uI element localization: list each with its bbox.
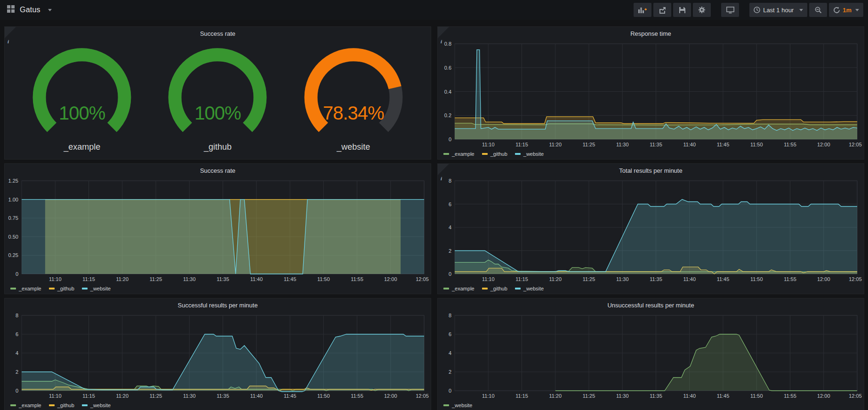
legend-label: _github xyxy=(57,286,74,291)
gauge-arc xyxy=(299,47,408,139)
panel-header[interactable]: Success rate xyxy=(5,27,431,40)
dashboard-title[interactable]: Gatus xyxy=(20,6,40,14)
svg-text:11:15: 11:15 xyxy=(515,276,528,282)
svg-text:11:45: 11:45 xyxy=(717,142,730,147)
panel-title: Total results per minute xyxy=(619,167,682,174)
gauge-_github: 100%_github xyxy=(150,47,285,152)
panel-title: Unsuccessful results per minute xyxy=(607,302,694,309)
svg-text:12:00: 12:00 xyxy=(817,276,830,282)
svg-text:11:45: 11:45 xyxy=(284,393,297,399)
zoom-out-icon xyxy=(815,7,822,14)
svg-text:4: 4 xyxy=(449,350,451,356)
svg-text:6: 6 xyxy=(449,331,451,337)
chart-plot[interactable]: 00.250.500.751.001.2511:1011:1511:2011:2… xyxy=(5,177,431,283)
svg-text:11:50: 11:50 xyxy=(750,276,763,282)
panel-header[interactable]: Response time xyxy=(438,27,864,40)
legend-swatch-icon xyxy=(443,404,449,406)
panel-header[interactable]: Successful results per minute xyxy=(5,298,431,312)
dashboard-caret-icon[interactable] xyxy=(48,9,52,11)
svg-text:11:10: 11:10 xyxy=(482,142,495,147)
add-panel-button[interactable] xyxy=(634,3,651,17)
svg-text:12:05: 12:05 xyxy=(416,276,429,282)
svg-text:11:50: 11:50 xyxy=(750,142,763,147)
legend-item-_github[interactable]: _github xyxy=(482,151,507,157)
save-button[interactable] xyxy=(673,3,691,17)
zoom-out-button[interactable] xyxy=(809,3,827,17)
svg-text:11:25: 11:25 xyxy=(583,393,595,399)
share-icon xyxy=(659,7,666,14)
chart-plot[interactable]: 0246811:1011:1511:2011:2511:3011:3511:40… xyxy=(438,312,864,400)
svg-text:11:40: 11:40 xyxy=(683,142,696,147)
panel-header[interactable]: Total results per minute xyxy=(438,164,864,177)
gauge-arc xyxy=(27,47,137,139)
legend-item-_website[interactable]: _website xyxy=(82,286,111,291)
panel-header[interactable]: Unsuccessful results per minute xyxy=(438,298,864,312)
svg-text:11:40: 11:40 xyxy=(683,276,696,282)
legend-item-_website[interactable]: _website xyxy=(515,151,544,157)
legend-item-_example[interactable]: _example xyxy=(10,286,41,291)
svg-text:11:50: 11:50 xyxy=(750,393,763,399)
refresh-interval-label: 1m xyxy=(843,7,852,14)
panel-info-icon[interactable]: i xyxy=(438,164,449,175)
gauge-label: _website xyxy=(286,142,421,152)
panel-total-results: i Total results per minute 0246811:1011:… xyxy=(437,163,864,294)
tv-mode-button[interactable] xyxy=(721,3,739,17)
svg-text:11:10: 11:10 xyxy=(49,276,62,282)
svg-text:11:55: 11:55 xyxy=(351,276,363,282)
svg-text:0: 0 xyxy=(16,271,18,277)
legend-label: _website xyxy=(90,286,111,291)
legend-swatch-icon xyxy=(443,288,449,289)
svg-text:12:05: 12:05 xyxy=(849,142,862,147)
panel-info-icon[interactable]: i xyxy=(5,27,16,38)
time-range-caret-icon xyxy=(799,9,803,11)
legend-label: _example xyxy=(452,286,474,291)
legend-item-_website[interactable]: _website xyxy=(515,286,544,291)
svg-text:11:30: 11:30 xyxy=(616,393,629,399)
legend-item-_example[interactable]: _example xyxy=(443,151,474,157)
svg-text:11:15: 11:15 xyxy=(82,276,95,282)
svg-text:11:20: 11:20 xyxy=(116,393,129,399)
svg-text:11:55: 11:55 xyxy=(784,393,796,399)
settings-button[interactable] xyxy=(693,3,711,17)
time-range-picker[interactable]: Last 1 hour xyxy=(749,3,807,17)
legend-item-_website[interactable]: _website xyxy=(443,402,472,408)
panel-info-icon[interactable]: i xyxy=(438,27,449,38)
legend-swatch-icon xyxy=(482,288,488,289)
legend-item-_github[interactable]: _github xyxy=(49,402,74,408)
chart-legend: _website xyxy=(438,400,864,410)
tv-mode-icon xyxy=(726,7,734,14)
panel-title: Response time xyxy=(630,30,671,37)
chart-plot[interactable]: 0246811:1011:1511:2011:2511:3011:3511:40… xyxy=(5,312,431,400)
legend-label: _website xyxy=(452,402,472,408)
chart-plot[interactable]: 0246811:1011:1511:2011:2511:3011:3511:40… xyxy=(438,177,864,283)
svg-text:11:40: 11:40 xyxy=(250,393,263,399)
panel-header[interactable]: Success rate xyxy=(5,164,431,177)
svg-text:8: 8 xyxy=(449,313,451,318)
gauge-label: _github xyxy=(150,142,285,152)
dashboard-grid-icon[interactable] xyxy=(7,5,15,15)
panel-success-rate-timeseries: Success rate 00.250.500.751.001.2511:101… xyxy=(4,163,431,294)
svg-text:6: 6 xyxy=(16,331,18,337)
refresh-button[interactable]: 1m xyxy=(829,3,863,17)
legend-item-_example[interactable]: _example xyxy=(10,402,41,408)
legend-swatch-icon xyxy=(49,288,55,289)
gauge-label: _example xyxy=(14,142,150,152)
svg-text:11:30: 11:30 xyxy=(616,276,629,282)
chart-plot[interactable]: 00.20.40.60.811:1011:1511:2011:2511:3011… xyxy=(438,40,864,149)
legend-item-_github[interactable]: _github xyxy=(482,286,507,291)
svg-text:0.2: 0.2 xyxy=(444,113,451,118)
svg-text:6: 6 xyxy=(449,201,451,207)
svg-text:11:45: 11:45 xyxy=(284,276,297,282)
legend-item-_example[interactable]: _example xyxy=(443,286,474,291)
legend-label: _example xyxy=(19,402,41,408)
svg-text:12:00: 12:00 xyxy=(817,142,830,147)
legend-item-_github[interactable]: _github xyxy=(49,286,74,291)
svg-text:11:20: 11:20 xyxy=(549,276,562,282)
panel-successful-results: Successful results per minute 0246811:10… xyxy=(4,298,431,410)
svg-text:0: 0 xyxy=(16,388,18,394)
gauge-_website: 78.34%_website xyxy=(286,47,421,152)
share-button[interactable] xyxy=(653,3,671,17)
svg-text:11:30: 11:30 xyxy=(183,276,196,282)
svg-text:11:30: 11:30 xyxy=(616,142,629,147)
legend-item-_website[interactable]: _website xyxy=(82,402,111,408)
